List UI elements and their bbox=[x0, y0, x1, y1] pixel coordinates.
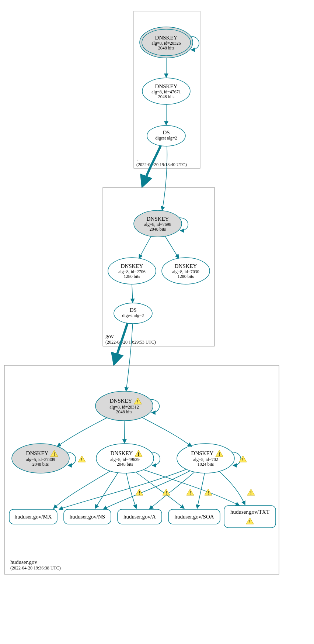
svg-text:2048 bits: 2048 bits bbox=[32, 462, 49, 467]
svg-text:DNSKEY: DNSKEY bbox=[121, 263, 143, 269]
svg-text:huduser.gov/MX: huduser.gov/MX bbox=[14, 514, 52, 520]
node-rr-mx: huduser.gov/MX bbox=[9, 509, 57, 524]
edge-k2-mx bbox=[53, 471, 110, 509]
node-hud-key1: DNSKEY alg=5, id=37309 2048 bits bbox=[12, 444, 69, 473]
zone-gov: gov (2022-04-20 19:29:53 UTC) DNSKEY alg… bbox=[103, 187, 214, 346]
svg-text:huduser.gov/NS: huduser.gov/NS bbox=[70, 514, 105, 520]
svg-text:alg=8, id=2706: alg=8, id=2706 bbox=[118, 269, 146, 274]
svg-text:1280 bits: 1280 bits bbox=[178, 274, 194, 279]
svg-text:DNSKEY: DNSKEY bbox=[26, 450, 49, 456]
edge-gov-ksk-zsk1 bbox=[139, 236, 151, 258]
zone-gov-timestamp: (2022-04-20 19:29:53 UTC) bbox=[105, 340, 156, 345]
svg-text:DNSKEY: DNSKEY bbox=[191, 450, 214, 456]
svg-text:alg=8, id=7698: alg=8, id=7698 bbox=[144, 222, 171, 227]
node-gov-zsk2: DNSKEY alg=8, id=7030 1280 bits bbox=[162, 258, 210, 284]
svg-text:alg=8, id=47671: alg=8, id=47671 bbox=[151, 89, 181, 94]
svg-text:alg=5, id=37309: alg=5, id=37309 bbox=[26, 457, 55, 462]
node-hud-key3: DNSKEY alg=5, id=702 1024 bits bbox=[177, 444, 234, 473]
svg-text:alg=5, id=702: alg=5, id=702 bbox=[193, 457, 218, 462]
edge-gov-ds-to-hud-ksk bbox=[126, 324, 133, 391]
node-root-ksk: DNSKEY alg=8, id=20326 2048 bits bbox=[140, 27, 193, 58]
svg-text:digest alg=2: digest alg=2 bbox=[155, 135, 177, 141]
node-root-ds: DS digest alg=2 bbox=[147, 125, 185, 146]
svg-text:huduser.gov/A: huduser.gov/A bbox=[123, 514, 156, 520]
zone-root: . (2022-04-20 19:13:40 UTC) DNSKEY alg=8… bbox=[134, 11, 200, 168]
svg-text:1280 bits: 1280 bits bbox=[124, 274, 140, 279]
zone-gov-label: gov bbox=[105, 333, 114, 339]
edge-k2-a bbox=[126, 473, 136, 509]
svg-text:2048 bits: 2048 bits bbox=[158, 94, 175, 99]
edge-k2-txt bbox=[144, 470, 240, 506]
warning-icon bbox=[78, 456, 86, 462]
svg-text:DS: DS bbox=[163, 130, 170, 135]
svg-text:alg=8, id=49629: alg=8, id=49629 bbox=[110, 457, 140, 462]
edge-hud-ksk-key3 bbox=[142, 417, 192, 447]
node-gov-zsk1: DNSKEY alg=8, id=2706 1280 bits bbox=[108, 258, 156, 284]
node-rr-soa: huduser.gov/SOA bbox=[168, 509, 220, 524]
svg-text:2048 bits: 2048 bits bbox=[117, 462, 133, 467]
svg-text:huduser.gov/TXT: huduser.gov/TXT bbox=[230, 509, 269, 515]
warning-icon bbox=[205, 489, 212, 496]
warning-icon bbox=[186, 489, 194, 496]
edge-gov-ksk-zsk2 bbox=[165, 236, 179, 258]
edge-k3-a bbox=[149, 472, 195, 509]
node-rr-ns: huduser.gov/NS bbox=[64, 509, 111, 524]
edge-k3-soa bbox=[197, 473, 205, 509]
node-gov-ds: DS digest alg=2 bbox=[114, 303, 152, 324]
node-rr-a: huduser.gov/A bbox=[118, 509, 162, 524]
node-rr-txt: huduser.gov/TXT bbox=[224, 506, 276, 528]
edge-gov-zsk1-ds bbox=[132, 284, 133, 303]
dnssec-graph: ! . (2022-04-20 19:13:40 UTC) DNSKEY alg… bbox=[0, 0, 314, 644]
svg-text:alg=8, id=28312: alg=8, id=28312 bbox=[109, 404, 139, 410]
svg-text:DNSKEY: DNSKEY bbox=[155, 83, 178, 89]
node-root-zsk: DNSKEY alg=8, id=47671 2048 bits bbox=[142, 78, 190, 104]
edge-hud-ksk-key2 bbox=[124, 421, 125, 443]
svg-text:alg=8, id=20326: alg=8, id=20326 bbox=[151, 41, 181, 46]
zone-huduser: huduser.gov (2022-04-20 19:36:38 UTC) DN… bbox=[4, 365, 279, 574]
svg-text:DNSKEY: DNSKEY bbox=[175, 263, 197, 269]
edge-root-ds-to-gov-ksk bbox=[162, 146, 167, 210]
svg-text:DNSKEY: DNSKEY bbox=[147, 216, 169, 222]
svg-text:2048 bits: 2048 bits bbox=[116, 409, 133, 414]
svg-text:digest alg=2: digest alg=2 bbox=[122, 313, 144, 318]
zone-root-timestamp: (2022-04-20 19:13:40 UTC) bbox=[136, 162, 187, 167]
svg-text:2048 bits: 2048 bits bbox=[158, 45, 175, 51]
svg-text:1024 bits: 1024 bits bbox=[198, 462, 214, 467]
zone-root-label: . bbox=[136, 156, 138, 162]
zone-huduser-timestamp: (2022-04-20 19:36:38 UTC) bbox=[10, 565, 61, 571]
svg-text:huduser.gov/SOA: huduser.gov/SOA bbox=[174, 514, 214, 520]
node-hud-ksk: DNSKEY alg=8, id=28312 2048 bits bbox=[95, 391, 153, 421]
svg-text:DNSKEY: DNSKEY bbox=[155, 35, 178, 41]
edge-hud-ksk-key1 bbox=[57, 418, 107, 447]
svg-text:alg=8, id=7030: alg=8, id=7030 bbox=[172, 269, 199, 274]
svg-text:DS: DS bbox=[129, 307, 136, 313]
node-gov-ksk: DNSKEY alg=8, id=7698 2048 bits bbox=[134, 210, 182, 237]
svg-text:DNSKEY: DNSKEY bbox=[111, 450, 133, 456]
edge-k3-ns bbox=[103, 471, 190, 509]
svg-text:2048 bits: 2048 bits bbox=[150, 227, 166, 232]
zone-huduser-label: huduser.gov bbox=[10, 559, 37, 565]
node-hud-key2: DNSKEY alg=8, id=49629 2048 bits bbox=[96, 444, 154, 473]
edge-k3-mx bbox=[59, 469, 186, 509]
warning-icon bbox=[247, 489, 255, 496]
svg-text:DNSKEY: DNSKEY bbox=[110, 398, 132, 404]
edge-k3-txt bbox=[219, 471, 245, 505]
